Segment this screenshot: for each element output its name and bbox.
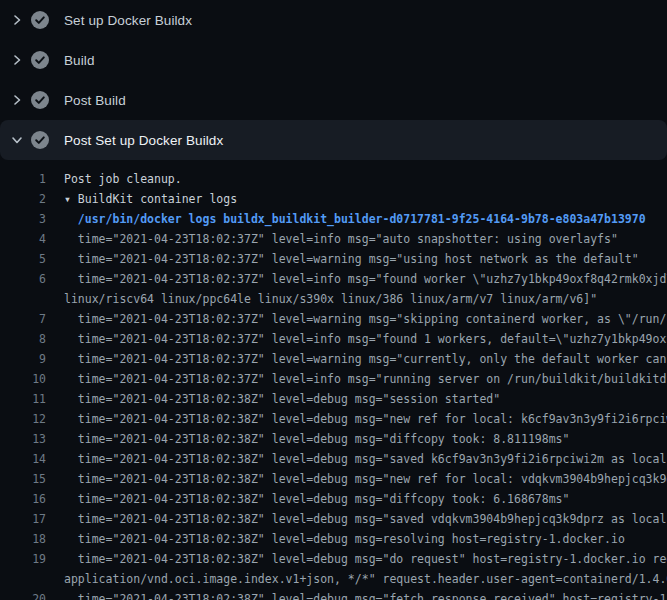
line-number[interactable]: 4 [0, 229, 46, 249]
log-line: 10 time="2021-04-23T18:02:37Z" level=inf… [0, 369, 667, 389]
log-text: Post job cleanup. [46, 169, 182, 189]
line-number [0, 289, 46, 309]
section-label: Set up Docker Buildx [64, 13, 192, 28]
section-header-post-set-up-docker-buildx[interactable]: Post Set up Docker Buildx [0, 120, 667, 160]
section-label: Post Set up Docker Buildx [64, 133, 223, 148]
section-label: Build [64, 53, 95, 68]
log-text: time="2021-04-23T18:02:38Z" level=debug … [46, 389, 500, 409]
line-number[interactable]: 20 [0, 589, 46, 600]
log-text: time="2021-04-23T18:02:37Z" level=info m… [46, 269, 667, 289]
log-text: time="2021-04-23T18:02:38Z" level=debug … [46, 469, 667, 489]
check-circle-icon [31, 51, 49, 69]
section-label: Post Build [64, 93, 126, 108]
chevron-down-icon [11, 134, 23, 146]
line-number[interactable]: 6 [0, 269, 46, 289]
log-line: 4 time="2021-04-23T18:02:37Z" level=info… [0, 229, 667, 249]
line-number[interactable]: 9 [0, 349, 46, 369]
log-text: time="2021-04-23T18:02:37Z" level=warnin… [46, 309, 667, 329]
log-line: 14 time="2021-04-23T18:02:38Z" level=deb… [0, 449, 667, 469]
log-line: 12 time="2021-04-23T18:02:38Z" level=deb… [0, 409, 667, 429]
log-text: time="2021-04-23T18:02:38Z" level=debug … [46, 449, 667, 469]
section-header-build[interactable]: Build [0, 40, 667, 80]
log-line: 3 /usr/bin/docker logs buildx_buildkit_b… [0, 209, 667, 229]
command-text[interactable]: /usr/bin/docker logs buildx_buildkit_bui… [46, 209, 646, 229]
line-number[interactable]: 12 [0, 409, 46, 429]
line-number[interactable]: 2 [0, 189, 46, 209]
chevron-right-icon [11, 54, 23, 66]
log-text: time="2021-04-23T18:02:37Z" level=warnin… [46, 249, 639, 269]
log-line: 5 time="2021-04-23T18:02:37Z" level=warn… [0, 249, 667, 269]
log-text: time="2021-04-23T18:02:37Z" level=warnin… [46, 349, 667, 369]
log-line: 15 time="2021-04-23T18:02:38Z" level=deb… [0, 469, 667, 489]
section-header-post-build[interactable]: Post Build [0, 80, 667, 120]
line-number[interactable]: 1 [0, 169, 46, 189]
line-number[interactable]: 16 [0, 489, 46, 509]
log-line: 7 time="2021-04-23T18:02:37Z" level=warn… [0, 309, 667, 329]
log-text: ▾ BuildKit container logs [46, 189, 237, 209]
line-number[interactable]: 14 [0, 449, 46, 469]
log-line: 19 time="2021-04-23T18:02:38Z" level=deb… [0, 549, 667, 569]
chevron-right-icon [11, 94, 23, 106]
line-number[interactable]: 3 [0, 209, 46, 229]
log-text: time="2021-04-23T18:02:37Z" level=info m… [46, 329, 667, 349]
section-header-set-up-docker-buildx[interactable]: Set up Docker Buildx [0, 0, 667, 40]
log-line: 17 time="2021-04-23T18:02:38Z" level=deb… [0, 509, 667, 529]
line-number[interactable]: 19 [0, 549, 46, 569]
log-line: 11 time="2021-04-23T18:02:38Z" level=deb… [0, 389, 667, 409]
log-text: time="2021-04-23T18:02:38Z" level=debug … [46, 509, 667, 529]
log-line: 16 time="2021-04-23T18:02:38Z" level=deb… [0, 489, 667, 509]
line-number[interactable]: 18 [0, 529, 46, 549]
log-text: application/vnd.oci.image.index.v1+json,… [46, 569, 667, 589]
log-line-continuation: linux/riscv64 linux/ppc64le linux/s390x … [0, 289, 667, 309]
line-number[interactable]: 13 [0, 429, 46, 449]
log-text: time="2021-04-23T18:02:37Z" level=info m… [46, 369, 667, 389]
check-circle-icon [31, 11, 49, 29]
log-line: 13 time="2021-04-23T18:02:38Z" level=deb… [0, 429, 667, 449]
line-number[interactable]: 15 [0, 469, 46, 489]
check-circle-icon [31, 91, 49, 109]
line-number [0, 569, 46, 589]
log-text: time="2021-04-23T18:02:38Z" level=debug … [46, 429, 569, 449]
log-line: 18 time="2021-04-23T18:02:38Z" level=deb… [0, 529, 667, 549]
log-text: time="2021-04-23T18:02:38Z" level=debug … [46, 489, 569, 509]
line-number[interactable]: 17 [0, 509, 46, 529]
log-line: 8 time="2021-04-23T18:02:37Z" level=info… [0, 329, 667, 349]
log-line-continuation: application/vnd.oci.image.index.v1+json,… [0, 569, 667, 589]
log-text: linux/riscv64 linux/ppc64le linux/s390x … [46, 289, 597, 309]
check-circle-icon [31, 131, 49, 149]
line-number[interactable]: 7 [0, 309, 46, 329]
line-number[interactable]: 5 [0, 249, 46, 269]
line-number[interactable]: 8 [0, 329, 46, 349]
log-text: time="2021-04-23T18:02:38Z" level=debug … [46, 409, 667, 429]
log-text: time="2021-04-23T18:02:37Z" level=info m… [46, 229, 618, 249]
log-line: 6 time="2021-04-23T18:02:37Z" level=info… [0, 269, 667, 289]
steps-list: Set up Docker BuildxBuildPost BuildPost … [0, 0, 667, 160]
log-text: time="2021-04-23T18:02:38Z" level=debug … [46, 589, 667, 600]
log-text: time="2021-04-23T18:02:38Z" level=debug … [46, 529, 625, 549]
chevron-right-icon [11, 14, 23, 26]
log-line: 20 time="2021-04-23T18:02:38Z" level=deb… [0, 589, 667, 600]
line-number[interactable]: 10 [0, 369, 46, 389]
log-line: 2▾ BuildKit container logs [0, 189, 667, 209]
log-viewer: 1Post job cleanup.2▾ BuildKit container … [0, 160, 667, 600]
log-line: 1Post job cleanup. [0, 169, 667, 189]
log-line: 9 time="2021-04-23T18:02:37Z" level=warn… [0, 349, 667, 369]
line-number[interactable]: 11 [0, 389, 46, 409]
log-text: time="2021-04-23T18:02:38Z" level=debug … [46, 549, 667, 569]
